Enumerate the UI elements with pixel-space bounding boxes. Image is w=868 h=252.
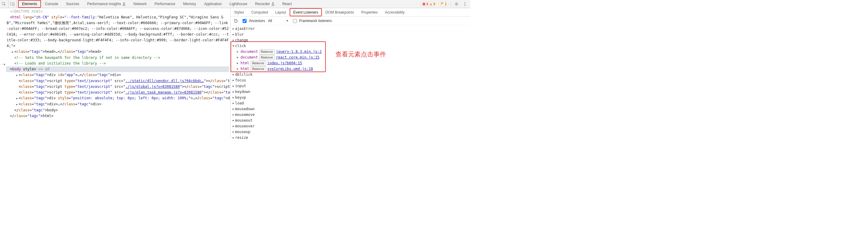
- tab-lighthouse[interactable]: Lighthouse: [226, 0, 251, 8]
- subtab-dom-breakpoints[interactable]: DOM Breakpoints: [322, 8, 358, 16]
- more-menu-button[interactable]: [461, 0, 468, 7]
- event-category-focus[interactable]: ▶focus: [232, 78, 469, 83]
- event-category-label: mousemove: [235, 112, 255, 118]
- tab-network[interactable]: Network: [130, 0, 151, 8]
- framework-checkbox-input[interactable]: [293, 19, 297, 23]
- dom-line[interactable]: <!-- Sets the basepath for the library i…: [6, 55, 229, 61]
- issues-badge[interactable]: 1: [438, 1, 449, 6]
- disclosure-icon: ▶: [232, 32, 235, 37]
- remove-listener-button[interactable]: Remove: [250, 66, 266, 72]
- refresh-icon: [234, 19, 238, 23]
- event-category-ajaxError[interactable]: ▶ajaxError: [232, 26, 469, 32]
- disclosure-icon: ▶: [232, 72, 235, 78]
- disclosure-icon: ▶: [232, 83, 235, 89]
- issues-count: 1: [445, 2, 447, 6]
- ancestors-checkbox[interactable]: Ancestors: [241, 18, 265, 24]
- warning-icon: [429, 2, 433, 6]
- event-category-dblclick[interactable]: ▶dblclick: [232, 72, 469, 78]
- error-warning-badge[interactable]: 2 9: [420, 1, 437, 6]
- refresh-button[interactable]: [233, 17, 239, 24]
- event-category-resize[interactable]: ▶resize: [232, 135, 469, 139]
- event-category-mousemove[interactable]: ▶mousemove: [232, 112, 469, 118]
- source-link[interactable]: ./js/global.js?v=83081580: [125, 84, 180, 89]
- event-category-label: resize: [235, 135, 248, 139]
- disclosure-icon[interactable]: ▶: [236, 49, 239, 55]
- subtab-layout[interactable]: Layout: [272, 8, 290, 16]
- remove-listener-button[interactable]: Remove: [259, 55, 275, 60]
- framework-listeners-checkbox[interactable]: Framework listeners: [292, 18, 332, 24]
- tab-label: Lighthouse: [230, 2, 247, 6]
- dom-line[interactable]: ▶<class="tagc">div>…</class="tagc">div>: [6, 102, 229, 107]
- tab-sources[interactable]: Sources: [62, 0, 83, 8]
- event-category-keydown[interactable]: ▶keydown: [232, 89, 469, 95]
- tab-application[interactable]: Application: [200, 0, 226, 8]
- listener-source-link[interactable]: react.core.min.js:15: [276, 55, 320, 60]
- dom-line[interactable]: ▶<class="tagc">div id="app">…</class="ta…: [6, 72, 229, 78]
- dom-line[interactable]: <class="tagc">script type="text/javascri…: [6, 90, 229, 95]
- dom-line[interactable]: ▶<class="tagc">div style="position: abso…: [6, 95, 229, 102]
- event-category-click[interactable]: ▼click: [232, 43, 469, 49]
- svg-point-6: [464, 2, 465, 3]
- remove-listener-button[interactable]: Remove: [259, 49, 275, 55]
- filter-dropdown[interactable]: All ▼: [268, 19, 288, 23]
- tab-console[interactable]: Console: [41, 0, 62, 8]
- warning-count: 9: [433, 2, 435, 6]
- event-category-blur[interactable]: ▶blur: [232, 32, 469, 37]
- event-category-change[interactable]: ▶change: [232, 37, 469, 43]
- remove-listener-button[interactable]: Remove: [250, 61, 266, 66]
- device-toolbar-button[interactable]: [8, 0, 17, 8]
- event-category-label: mouseover: [235, 123, 255, 129]
- tab-performance[interactable]: Performance: [151, 0, 179, 8]
- event-category-mouseover[interactable]: ▶mouseover: [232, 123, 469, 129]
- tab-label: Network: [133, 2, 147, 6]
- tab-elements[interactable]: Elements: [18, 0, 41, 8]
- disclosure-icon: ▶: [232, 101, 235, 106]
- dom-line[interactable]: </class="tagc">body>: [6, 107, 229, 113]
- disclosure-icon[interactable]: ▶: [236, 55, 239, 60]
- filter-value: All: [268, 19, 272, 23]
- event-category-input[interactable]: ▶input: [232, 83, 469, 89]
- listener-source-link[interactable]: index.js?b604:15: [267, 60, 302, 66]
- error-icon: [422, 2, 426, 6]
- dom-line[interactable]: <!DOCTYPE html>: [6, 9, 229, 15]
- listener-source-link[interactable]: sysCoreLibs.umd.js:18: [267, 66, 313, 72]
- ancestors-checkbox-input[interactable]: [243, 19, 247, 23]
- dom-line[interactable]: <!-- Loads and initializes the library -…: [6, 61, 229, 66]
- tab-performance-insights[interactable]: Performance insights: [83, 0, 130, 8]
- disclosure-icon[interactable]: ▶: [236, 60, 239, 66]
- tab-react[interactable]: React: [278, 0, 296, 8]
- dom-line[interactable]: </class="tagc">html>: [6, 113, 229, 119]
- tab-recorder[interactable]: Recorder: [251, 0, 278, 8]
- svg-point-8: [464, 5, 465, 5]
- dom-line-selected[interactable]: <body style> == $0: [6, 66, 229, 72]
- tab-label: Application: [204, 2, 222, 6]
- dom-line[interactable]: <html lang="zh-CN" style="--font-family:…: [6, 15, 229, 49]
- event-category-keyup[interactable]: ▶keyup: [232, 95, 469, 101]
- gutter-expand-icon[interactable]: ▼: [3, 63, 6, 66]
- dom-line[interactable]: <class="tagc">script type="text/javascri…: [6, 78, 229, 84]
- listener-source-link[interactable]: jquery-1.8.3.min.js:2: [276, 49, 322, 55]
- disclosure-icon: ▶: [232, 135, 235, 139]
- subtab-accessibility[interactable]: Accessibility: [381, 8, 408, 16]
- subtab-computed[interactable]: Computed: [248, 8, 272, 16]
- settings-button[interactable]: [453, 0, 460, 7]
- inspect-element-button[interactable]: [0, 0, 8, 8]
- event-category-label: mousedown: [235, 106, 255, 112]
- event-category-label: keydown: [235, 89, 250, 95]
- source-link[interactable]: ../static/dll/vendor.dll.js?04c6bdc…: [125, 79, 204, 83]
- svg-rect-4: [431, 4, 431, 5]
- event-category-mousedown[interactable]: ▶mousedown: [232, 106, 469, 112]
- subtab-properties[interactable]: Properties: [358, 8, 381, 16]
- tab-label: Console: [45, 2, 58, 6]
- dom-line[interactable]: ▶<class="tagc">head>…</class="tagc">head…: [6, 49, 229, 55]
- event-category-mouseout[interactable]: ▶mouseout: [232, 118, 469, 123]
- source-link[interactable]: ./js/plan_task_manage.js?v=83081580: [125, 90, 202, 94]
- subtab-event-listeners[interactable]: Event Listeners: [290, 8, 322, 16]
- event-category-mouseup[interactable]: ▶mouseup: [232, 129, 469, 135]
- disclosure-icon[interactable]: ▶: [236, 66, 239, 72]
- tab-memory[interactable]: Memory: [179, 0, 200, 8]
- dom-line[interactable]: <class="tagc">script type="text/javascri…: [6, 84, 229, 90]
- devtools-tabbar: ElementsConsoleSourcesPerformance insigh…: [0, 0, 470, 8]
- subtab-styles[interactable]: Styles: [230, 8, 248, 16]
- event-category-load[interactable]: ▶load: [232, 101, 469, 106]
